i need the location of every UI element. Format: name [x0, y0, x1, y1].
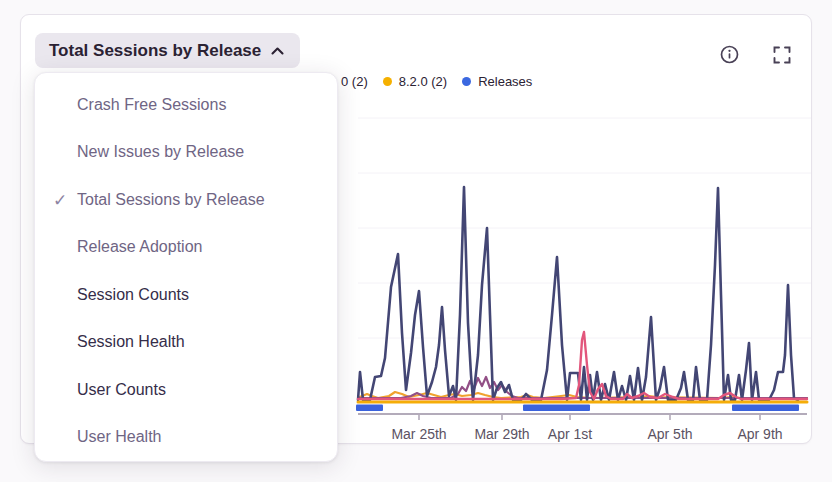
- info-icon[interactable]: [716, 41, 743, 71]
- menu-item-label: New Issues by Release: [77, 143, 244, 161]
- menu-item-label: User Health: [77, 428, 161, 446]
- legend-label: 0 (2): [341, 74, 368, 89]
- menu-item-session-counts[interactable]: Session Counts: [35, 271, 337, 319]
- sessions-chart[interactable]: Mar 25thMar 29thApr 1stApr 5thApr 9th: [331, 91, 813, 451]
- widget-title-dropdown-button[interactable]: Total Sessions by Release: [35, 33, 300, 68]
- x-axis-label: Apr 1st: [548, 426, 592, 442]
- menu-item-release-adoption[interactable]: Release Adoption: [35, 224, 337, 272]
- menu-item-total-sessions-by-release[interactable]: ✓Total Sessions by Release: [35, 176, 337, 224]
- x-axis-label: Apr 5th: [647, 426, 692, 442]
- menu-item-new-issues-by-release[interactable]: New Issues by Release: [35, 129, 337, 177]
- legend-label: 8.2.0 (2): [399, 74, 447, 89]
- series-total-sessions-main: [358, 187, 798, 400]
- x-axis-label: Mar 25th: [391, 426, 446, 442]
- release-bar: [732, 405, 799, 412]
- widget-header-actions: [716, 41, 795, 71]
- legend-dot-amber: [383, 77, 392, 86]
- expand-icon[interactable]: [769, 41, 795, 71]
- menu-item-label: Total Sessions by Release: [77, 191, 265, 209]
- widget-type-dropdown-menu: Crash Free SessionsNew Issues by Release…: [34, 72, 338, 462]
- legend-label: Releases: [478, 74, 532, 89]
- release-bar: [356, 405, 383, 412]
- chart-legend: 0 (2) 8.2.0 (2) Releases: [341, 72, 532, 90]
- chevron-up-icon: [271, 47, 284, 55]
- legend-dot-blue: [462, 77, 471, 86]
- menu-item-session-health[interactable]: Session Health: [35, 319, 337, 367]
- checkmark-icon: ✓: [53, 189, 67, 210]
- legend-item-release-8-2-0[interactable]: 8.2.0 (2): [383, 74, 447, 89]
- legend-item-truncated[interactable]: 0 (2): [341, 74, 368, 89]
- menu-item-label: Release Adoption: [77, 238, 202, 256]
- menu-item-user-counts[interactable]: User Counts: [35, 366, 337, 414]
- release-bar: [523, 405, 590, 412]
- legend-item-releases[interactable]: Releases: [462, 74, 532, 89]
- menu-item-label: Session Counts: [77, 286, 189, 304]
- widget-title: Total Sessions by Release: [49, 41, 261, 61]
- x-axis-label: Apr 9th: [737, 426, 782, 442]
- menu-item-user-health[interactable]: User Health: [35, 414, 337, 462]
- menu-item-label: Crash Free Sessions: [77, 96, 226, 114]
- menu-item-label: User Counts: [77, 381, 166, 399]
- menu-item-crash-free-sessions[interactable]: Crash Free Sessions: [35, 81, 337, 129]
- menu-item-label: Session Health: [77, 333, 185, 351]
- x-axis-label: Mar 29th: [474, 426, 529, 442]
